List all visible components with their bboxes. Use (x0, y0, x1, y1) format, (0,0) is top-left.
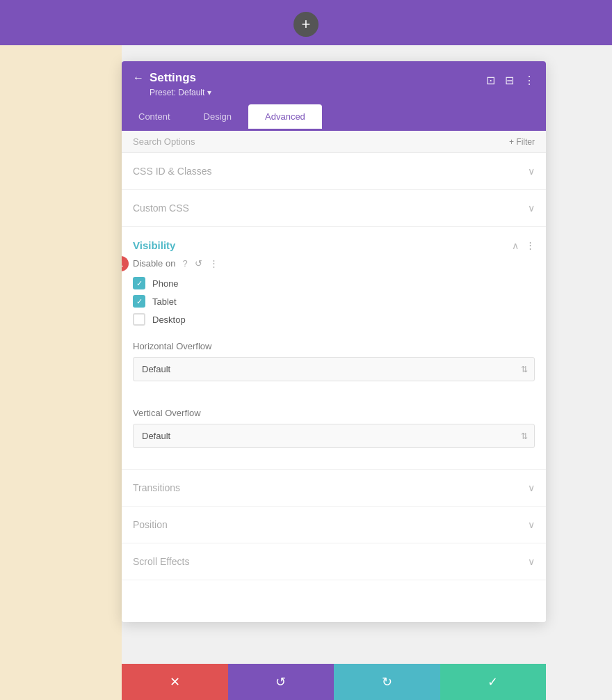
css-id-classes-label: CSS ID & Classes (133, 166, 212, 177)
checkbox-tablet[interactable]: ✓ Tablet (133, 295, 535, 308)
capture-icon[interactable]: ⊡ (486, 74, 495, 87)
help-icon[interactable]: ? (182, 258, 187, 269)
horizontal-overflow-select[interactable]: Default Hidden Visible Scroll Auto (133, 357, 535, 381)
transitions-label: Transitions (133, 482, 180, 493)
custom-css-label: Custom CSS (133, 202, 189, 214)
tabs: Content Design Advanced (122, 104, 546, 131)
panel-content: CSS ID & Classes ∨ Custom CSS ∨ Visibili… (122, 153, 546, 622)
split-icon[interactable]: ⊟ (505, 74, 514, 87)
checkbox-tablet-box[interactable]: ✓ (133, 295, 145, 308)
undo-button[interactable]: ↺ (228, 664, 335, 700)
settings-panel: ← Settings Preset: Default ▾ ⊡ ⊟ ⋮ Conte… (122, 61, 546, 622)
horizontal-overflow-select-wrapper: Default Hidden Visible Scroll Auto ⇅ (133, 357, 535, 381)
disable-on-more-icon[interactable]: ⋮ (209, 258, 218, 269)
disable-on-label: Disable on (133, 258, 175, 269)
add-section-button[interactable]: + (293, 12, 319, 37)
preset-label[interactable]: Preset: Default ▾ (150, 88, 211, 97)
scroll-effects-label: Scroll Effects (133, 556, 189, 567)
tab-content[interactable]: Content (122, 104, 187, 131)
action-bar: ✕ ↺ ↻ ✓ (122, 664, 546, 700)
transitions-section[interactable]: Transitions ∨ (122, 470, 546, 507)
left-background (0, 45, 122, 700)
vertical-overflow-select[interactable]: Default Hidden Visible Scroll Auto (133, 424, 535, 448)
visibility-body: 1 Disable on ? ↺ ⋮ ✓ Phone ✓ (122, 258, 546, 469)
save-button[interactable]: ✓ (440, 664, 547, 700)
cancel-button[interactable]: ✕ (122, 664, 228, 700)
horizontal-overflow-label: Horizontal Overflow (133, 341, 535, 351)
panel-header-icons: ⊡ ⊟ ⋮ (486, 74, 535, 87)
checkbox-desktop-label: Desktop (152, 315, 186, 325)
tab-design[interactable]: Design (187, 104, 248, 131)
panel-title: Settings (150, 71, 196, 85)
back-icon[interactable]: ← (133, 72, 144, 84)
redo-button[interactable]: ↻ (334, 664, 440, 700)
more-icon[interactable]: ⋮ (524, 74, 535, 87)
custom-css-section[interactable]: Custom CSS ∨ (122, 190, 546, 227)
disable-on-row: 1 Disable on ? ↺ ⋮ (133, 258, 535, 269)
bottom-spacer (122, 580, 546, 622)
visibility-title: Visibility (133, 239, 175, 251)
visibility-more-icon[interactable]: ⋮ (526, 240, 535, 250)
checkbox-desktop[interactable]: Desktop (133, 313, 535, 326)
position-chevron: ∨ (528, 519, 535, 530)
position-label: Position (133, 519, 168, 530)
panel-header-top: ← Settings (133, 71, 211, 85)
css-id-classes-section[interactable]: CSS ID & Classes ∨ (122, 153, 546, 190)
badge-1: 1 (122, 256, 129, 271)
css-id-classes-chevron: ∨ (528, 166, 535, 177)
visibility-section: Visibility ∧ ⋮ 1 Disable on ? ↺ ⋮ (122, 227, 546, 470)
vertical-overflow-group: Vertical Overflow Default Hidden Visible… (133, 398, 535, 458)
checkbox-phone[interactable]: ✓ Phone (133, 277, 535, 289)
checkbox-phone-label: Phone (152, 278, 179, 289)
checkbox-tablet-label: Tablet (152, 296, 177, 307)
visibility-chevron-up[interactable]: ∧ (512, 240, 519, 251)
visibility-header-icons: ∧ ⋮ (512, 240, 535, 251)
checkbox-desktop-box[interactable] (133, 313, 145, 326)
scroll-effects-section[interactable]: Scroll Effects ∨ (122, 543, 546, 580)
search-bar: Search Options + Filter (122, 131, 546, 153)
custom-css-chevron: ∨ (528, 202, 535, 214)
checkbox-phone-box[interactable]: ✓ (133, 277, 145, 289)
vertical-overflow-select-wrapper: Default Hidden Visible Scroll Auto ⇅ (133, 424, 535, 448)
checkbox-tablet-check: ✓ (136, 298, 143, 305)
panel-header-left: ← Settings Preset: Default ▾ (133, 71, 211, 97)
scroll-effects-chevron: ∨ (528, 556, 535, 567)
checkbox-phone-check: ✓ (136, 280, 143, 287)
horizontal-overflow-group: Horizontal Overflow Default Hidden Visib… (133, 331, 535, 391)
position-section[interactable]: Position ∨ (122, 507, 546, 543)
reset-icon[interactable]: ↺ (195, 258, 202, 269)
visibility-header: Visibility ∧ ⋮ (122, 227, 546, 258)
tab-advanced[interactable]: Advanced (248, 104, 322, 131)
search-options-text: Search Options (133, 136, 195, 147)
filter-button[interactable]: + Filter (509, 137, 535, 147)
transitions-chevron: ∨ (528, 482, 535, 493)
vertical-overflow-label: Vertical Overflow (133, 408, 535, 418)
panel-header: ← Settings Preset: Default ▾ ⊡ ⊟ ⋮ (122, 61, 546, 104)
